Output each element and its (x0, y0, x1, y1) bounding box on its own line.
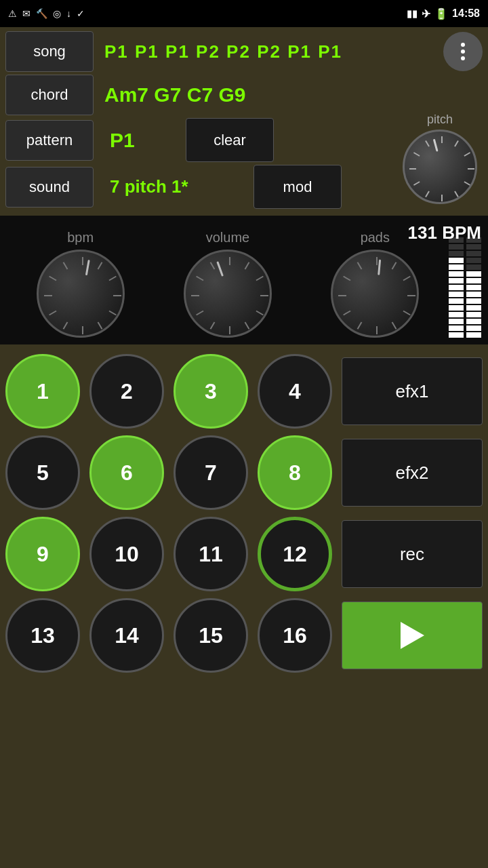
svg-line-27 (245, 262, 249, 269)
svg-line-49 (344, 277, 350, 281)
pad-9[interactable]: 9 (5, 517, 80, 591)
main-content: song P1 P1 P1 P2 P2 P2 P1 P1 chord Am7 G… (0, 27, 488, 679)
svg-line-4 (464, 182, 470, 185)
efx1-button[interactable]: efx1 (342, 357, 483, 425)
svg-line-12 (434, 140, 437, 150)
check-icon: ✓ (77, 8, 85, 19)
pads-knob[interactable] (331, 250, 419, 338)
svg-line-28 (256, 277, 263, 281)
svg-line-7 (426, 191, 429, 197)
svg-line-40 (392, 262, 396, 269)
svg-line-21 (49, 311, 56, 315)
song-row: song P1 P1 P1 P2 P2 P2 P1 P1 (5, 31, 483, 72)
status-icons-right: ▮▮ ✈ 🔋 14:58 (407, 7, 480, 20)
svg-line-8 (413, 182, 420, 185)
volume-group: volume (154, 230, 301, 338)
bpm-knob[interactable] (37, 250, 125, 338)
svg-line-37 (210, 262, 214, 269)
sound-mode: 7 pitch 1* (99, 176, 248, 197)
pattern-row: pattern P1 clear pitch (5, 118, 483, 162)
bpm-knob-svg (39, 252, 127, 340)
pad-10[interactable]: 10 (89, 517, 164, 591)
svg-line-50 (358, 262, 362, 269)
song-button[interactable]: song (5, 31, 94, 72)
svg-line-24 (63, 262, 67, 269)
pad-8[interactable]: 8 (258, 435, 332, 510)
tools-icon: 🔨 (36, 8, 47, 19)
pad-7[interactable]: 7 (174, 435, 248, 510)
svg-line-25 (86, 261, 88, 275)
pad-16[interactable]: 16 (258, 598, 332, 673)
pad-6[interactable]: 6 (89, 435, 164, 510)
pad-5[interactable]: 5 (5, 435, 80, 510)
globe-icon: ◎ (53, 8, 61, 19)
pad-15[interactable]: 15 (174, 598, 248, 673)
svg-line-43 (403, 311, 410, 315)
vibrate-icon: ▮▮ (407, 8, 418, 19)
menu-dots-icon (461, 43, 465, 60)
play-icon (401, 622, 424, 649)
chord-sequence: Am7 G7 C7 G9 (94, 83, 483, 106)
pad-11[interactable]: 11 (174, 517, 248, 591)
pad-2[interactable]: 2 (89, 354, 164, 429)
pad-13[interactable]: 13 (5, 598, 80, 673)
svg-line-23 (49, 277, 56, 281)
svg-line-44 (392, 322, 396, 329)
clear-button[interactable]: clear (186, 118, 274, 162)
chord-button[interactable]: chord (5, 75, 94, 115)
svg-line-10 (413, 153, 420, 156)
svg-line-2 (464, 153, 470, 156)
svg-line-20 (63, 322, 67, 329)
controls-section: 131 BPM bpm (0, 216, 488, 344)
pads-label: pads (361, 230, 390, 245)
svg-line-1 (455, 140, 458, 146)
svg-line-34 (197, 311, 203, 315)
mail-icon: ✉ (22, 8, 30, 19)
airplane-icon: ✈ (422, 7, 430, 20)
top-section: song P1 P1 P1 P2 P2 P2 P1 P1 chord Am7 G… (0, 27, 488, 213)
svg-line-15 (109, 277, 116, 281)
pad-1[interactable]: 1 (5, 354, 80, 429)
bpm-group: bpm (7, 230, 154, 338)
svg-line-41 (403, 277, 410, 281)
svg-line-33 (210, 322, 214, 329)
svg-line-18 (98, 322, 102, 329)
pitch-knob-ticks (405, 132, 477, 204)
bpm-label: bpm (67, 230, 94, 245)
svg-line-38 (218, 262, 222, 275)
pad-3[interactable]: 3 (174, 354, 248, 429)
battery-icon: 🔋 (434, 7, 448, 20)
pads-row-4: 13 14 15 16 (5, 598, 483, 673)
status-icons-left: ⚠ ✉ 🔨 ◎ ↓ ✓ (8, 8, 85, 19)
play-button[interactable] (342, 601, 483, 669)
volume-knob[interactable] (184, 250, 272, 338)
bpm-display: 131 BPM (408, 222, 481, 243)
pads-group: pads (302, 230, 449, 338)
svg-line-5 (455, 191, 458, 197)
svg-line-46 (358, 322, 362, 329)
pad-14[interactable]: 14 (89, 598, 164, 673)
svg-line-51 (379, 260, 380, 274)
pitch-knob[interactable] (403, 130, 477, 204)
pads-section: 1 2 3 4 efx1 5 6 7 8 (0, 347, 488, 679)
warning-icon: ⚠ (8, 8, 17, 19)
efx2-button[interactable]: efx2 (342, 439, 483, 507)
pitch-label: pitch (427, 113, 453, 127)
volume-label: volume (206, 230, 249, 245)
pads-row-2: 5 6 7 8 efx2 (5, 435, 483, 510)
rec-button[interactable]: rec (342, 520, 483, 588)
sound-button[interactable]: sound (5, 167, 94, 208)
pads-knob-svg (333, 252, 421, 340)
svg-line-14 (98, 262, 102, 269)
pattern-button[interactable]: pattern (5, 120, 94, 161)
song-sequence: P1 P1 P1 P2 P2 P2 P1 P1 (94, 41, 443, 62)
svg-line-30 (256, 311, 263, 315)
pad-4[interactable]: 4 (258, 354, 332, 429)
download-icon: ↓ (66, 8, 71, 19)
mod-button[interactable]: mod (253, 165, 342, 209)
status-bar: ⚠ ✉ 🔨 ◎ ↓ ✓ ▮▮ ✈ 🔋 14:58 (0, 0, 488, 27)
pitch-area: pitch (403, 113, 477, 204)
pads-row-3: 9 10 11 12 rec (5, 517, 483, 591)
pad-12[interactable]: 12 (258, 517, 332, 591)
menu-button[interactable] (443, 32, 483, 71)
